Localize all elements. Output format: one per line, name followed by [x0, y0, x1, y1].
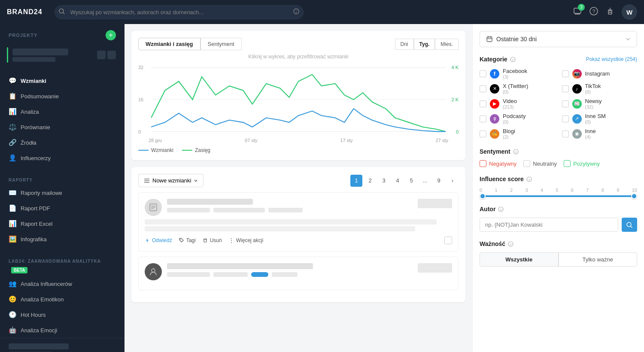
- project-action-1[interactable]: [97, 51, 106, 59]
- sidebar-item-influencerzy[interactable]: 👤 Influencerzy: [0, 150, 125, 166]
- importance-all-button[interactable]: Wszystkie: [480, 252, 559, 267]
- period-tyg[interactable]: Tyg.: [414, 39, 435, 50]
- user-avatar[interactable]: W: [622, 4, 637, 20]
- projects-label: PROJEKTY: [9, 33, 37, 38]
- page-2[interactable]: 2: [364, 175, 376, 187]
- sidebar-item-raport-excel[interactable]: 📊 Raport Excel: [0, 216, 125, 231]
- tab-sentyment[interactable]: Sentyment: [200, 38, 242, 50]
- show-all-categories[interactable]: Pokaż wszystkie (254): [586, 56, 637, 62]
- inne-icon: ◉: [572, 129, 582, 139]
- chevron-down-icon: [194, 179, 198, 183]
- sentiment-title: Sentyment: [480, 148, 510, 155]
- waznosc-info-icon: i: [508, 241, 513, 247]
- search-input[interactable]: [55, 5, 304, 19]
- project-action-2[interactable]: [107, 51, 116, 59]
- period-dni[interactable]: Dni: [395, 39, 414, 50]
- project-item[interactable]: [0, 44, 125, 66]
- sidebar-item-hot-hours[interactable]: 🕐 Hot Hours: [0, 307, 125, 322]
- mention-1-actions: Odwiedź Tagi Usuń ⋮ Więcej akcji: [145, 236, 452, 245]
- mention-2-title-blurred: [167, 263, 313, 269]
- author-input[interactable]: [480, 218, 618, 232]
- sidebar-item-raport-pdf[interactable]: 📄 Raport PDF: [0, 200, 125, 216]
- mention-2-source-badge: [418, 263, 452, 273]
- slider-left-thumb[interactable]: [480, 193, 486, 199]
- category-video-checkbox[interactable]: [480, 100, 486, 107]
- sidebar-item-raporty-mailowe[interactable]: ✉️ Raporty mailowe: [0, 185, 125, 200]
- category-tiktok: ♪ TikTok (0): [562, 83, 638, 94]
- search-icon: [626, 222, 632, 228]
- sentiment-filter: Sentyment i Negatywny Neutralny Pozytywn…: [480, 148, 637, 167]
- sidebar-item-podsumowanie[interactable]: 📋 Podsumowanie: [0, 88, 125, 104]
- mention-1-text-line-1: [145, 219, 437, 225]
- sidebar-item-analiza-influencerow[interactable]: 👥 Analiza Influencerów: [0, 276, 125, 291]
- page-4[interactable]: 4: [392, 175, 404, 187]
- usun-button[interactable]: Usuń: [203, 236, 222, 245]
- category-instagram-checkbox[interactable]: [562, 70, 569, 77]
- page-next[interactable]: ›: [447, 175, 459, 187]
- page-1[interactable]: 1: [350, 175, 362, 187]
- legend-reach: Zasięg: [195, 147, 210, 153]
- category-inne-sm-checkbox[interactable]: [562, 115, 569, 122]
- sidebar-item-analiza[interactable]: 📊 Analiza: [0, 104, 125, 119]
- waznosc-filter: Ważność i Wszystkie Tylko ważne: [480, 240, 637, 267]
- wzmianki-icon: 💬: [9, 77, 16, 85]
- influence-slider[interactable]: [480, 195, 637, 197]
- add-project-button[interactable]: +: [106, 30, 116, 40]
- infografika-icon: 🖼️: [9, 235, 16, 243]
- category-podcasty-checkbox[interactable]: [480, 115, 486, 122]
- notifications-icon[interactable]: 3: [573, 6, 582, 18]
- author-search-button[interactable]: [622, 218, 637, 232]
- tab-wzmianki-zasieg[interactable]: Wzmianki i zasięg: [138, 38, 200, 50]
- date-filter[interactable]: Ostatnie 30 dni: [480, 31, 637, 47]
- sidebar-item-label: Źródła: [21, 140, 36, 146]
- sentiment-neg-checkbox[interactable]: [480, 160, 486, 167]
- wiecej-akcji-button[interactable]: ⋮ Więcej akcji: [229, 236, 263, 245]
- sidebar-item-analiza-emocji[interactable]: 🤖 Analiza Emocji: [0, 322, 125, 338]
- category-twitter-checkbox[interactable]: [480, 85, 486, 92]
- twitter-icon: ✕: [490, 84, 499, 94]
- sidebar-item-zrodla[interactable]: 🔗 Źródła: [0, 135, 125, 150]
- sidebar-item-label: Porównanie: [21, 124, 50, 130]
- importance-important-button[interactable]: Tylko ważne: [559, 252, 638, 267]
- categories-title: Kategorie: [480, 56, 507, 63]
- period-mies[interactable]: Mies.: [435, 39, 459, 50]
- sidebar-item-wzmianki[interactable]: 💬 Wzmianki: [0, 73, 125, 88]
- svg-rect-26: [204, 239, 207, 242]
- page-5[interactable]: 5: [405, 175, 417, 187]
- category-blogi-checkbox[interactable]: [480, 130, 486, 137]
- category-facebook-checkbox[interactable]: [480, 70, 486, 77]
- mentions-header: Nowe wzmianki 1 2 3 4 5 ... 9 ›: [138, 174, 459, 187]
- mention-1-info-blurred-2: [213, 208, 265, 212]
- page-9[interactable]: 9: [433, 175, 445, 187]
- brand-logo: BRAND24: [7, 8, 43, 16]
- topbar-right: 3 ? W: [573, 4, 637, 20]
- mentions-section: Nowe wzmianki 1 2 3 4 5 ... 9 ›: [131, 167, 465, 302]
- mention-1-checkbox[interactable]: [444, 237, 452, 244]
- category-newsy-checkbox[interactable]: [562, 100, 569, 107]
- help-icon[interactable]: ?: [589, 6, 598, 18]
- chart-card: Wzmianki i zasięg Sentyment Dni Tyg. Mie…: [131, 31, 465, 160]
- odwiedz-button[interactable]: Odwiedź: [145, 236, 172, 245]
- categories-grid: f Facebook (3) 📷 Instagram: [480, 68, 637, 140]
- sentiment-neu-checkbox[interactable]: [523, 160, 530, 167]
- porownanie-icon: ⚖️: [9, 123, 16, 131]
- analiza-influencerow-icon: 👥: [9, 280, 16, 288]
- category-inne-checkbox[interactable]: [562, 130, 569, 137]
- tagi-button[interactable]: Tagi: [179, 236, 196, 245]
- influencerzy-icon: 👤: [9, 154, 16, 162]
- legend-mentions: Wzmianki: [151, 147, 173, 153]
- search-info-icon[interactable]: i: [293, 9, 299, 16]
- mentions-sort-dropdown[interactable]: Nowe wzmianki: [138, 174, 204, 187]
- page-3[interactable]: 3: [378, 175, 390, 187]
- dropdown-label: Nowe wzmianki: [152, 177, 191, 184]
- sentiment-pos-checkbox[interactable]: [564, 160, 571, 167]
- sidebar-item-infografika[interactable]: 🖼️ Infografika: [0, 231, 125, 247]
- chart-area[interactable]: .grid-line { stroke: #eee; stroke-width:…: [151, 63, 446, 136]
- sidebar-item-analiza-emotikon[interactable]: 😊 Analiza Emotikon: [0, 291, 125, 307]
- category-tiktok-checkbox[interactable]: [562, 85, 569, 92]
- integrations-icon[interactable]: [605, 6, 615, 18]
- slider-right-thumb[interactable]: [631, 193, 637, 199]
- mention-1-source-badge: [418, 199, 452, 208]
- sidebar-item-label: Analiza Emotikon: [21, 296, 64, 303]
- sidebar-item-porownanie[interactable]: ⚖️ Porównanie: [0, 119, 125, 135]
